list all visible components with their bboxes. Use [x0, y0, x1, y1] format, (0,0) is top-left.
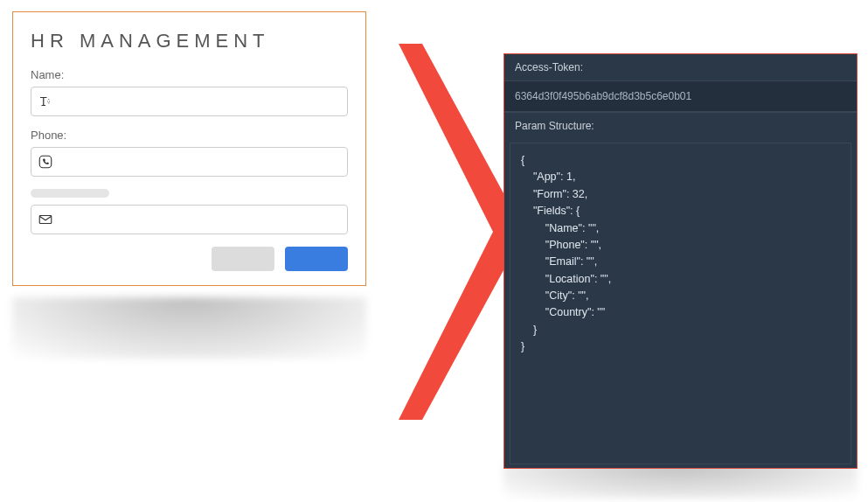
form-panel: HR MANAGEMENT Name: Phone:	[12, 11, 366, 286]
svg-rect-1	[39, 216, 52, 224]
phone-input[interactable]	[31, 147, 348, 177]
email-input[interactable]	[31, 205, 348, 234]
cancel-button[interactable]	[212, 247, 274, 271]
form-panel-shadow	[12, 297, 366, 359]
email-icon	[38, 212, 53, 227]
name-label: Name:	[31, 68, 348, 81]
submit-button[interactable]	[285, 247, 348, 271]
phone-input-wrap	[31, 147, 348, 177]
form-title: HR MANAGEMENT	[31, 30, 348, 52]
param-structure-code: { "App": 1, "Form": 32, "Fields": { "Nam…	[510, 143, 851, 464]
svg-rect-0	[39, 156, 52, 168]
email-label-placeholder	[31, 189, 109, 198]
name-input-wrap	[31, 87, 348, 116]
email-input-wrap	[31, 205, 348, 234]
button-row	[31, 247, 348, 271]
api-panel: Access-Token: 6364d3f0f495b6ab9dcf8d3b5c…	[503, 53, 858, 469]
api-panel-shadow	[503, 464, 858, 499]
phone-label: Phone:	[31, 129, 348, 142]
param-structure-label: Param Structure:	[504, 112, 857, 139]
text-format-icon	[38, 94, 53, 109]
access-token-value: 6364d3f0f495b6ab9dcf8d3b5c6e0b01	[504, 81, 857, 112]
name-input[interactable]	[31, 87, 348, 116]
access-token-label: Access-Token:	[504, 54, 857, 81]
arrow-indicator	[367, 44, 524, 420]
phone-icon	[38, 154, 53, 170]
